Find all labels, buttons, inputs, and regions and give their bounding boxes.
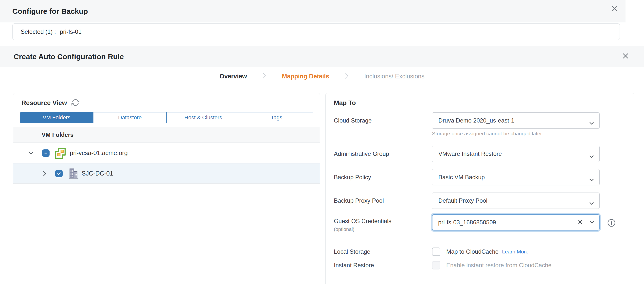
map-to-panel: Map To Cloud Storage Druva Demo 2020_us-…	[326, 93, 634, 284]
backup-policy-value: Basic VM Backup	[438, 174, 485, 181]
admin-group-label: Administrative Group	[334, 150, 389, 157]
selected-items-bar: Selected (1) : pri-fs-01	[12, 24, 620, 40]
backup-policy-select[interactable]: Basic VM Backup	[432, 169, 600, 186]
step-overview[interactable]: Overview	[220, 73, 247, 80]
backup-proxy-pool-label: Backup Proxy Pool	[334, 197, 384, 204]
resource-view-title: Resource View	[22, 99, 67, 107]
datacenter-icon	[69, 168, 79, 179]
tab-vm-folders[interactable]: VM Folders	[20, 112, 93, 123]
local-storage-label: Local Storage	[334, 248, 370, 255]
chevron-down-icon	[589, 176, 594, 183]
wizard-steps: Overview Mapping Details Inclusions/ Exc…	[0, 67, 644, 85]
chevron-down-icon	[589, 200, 594, 206]
instant-restore-checkbox-label: Enable instant restore from CloudCache	[446, 262, 552, 269]
guest-os-info-button[interactable]	[607, 219, 616, 228]
create-rule-close-button[interactable]	[620, 51, 630, 61]
tree-node-label[interactable]: SJC-DC-01	[82, 170, 113, 177]
divider	[586, 219, 586, 226]
close-icon	[611, 5, 618, 13]
cloud-storage-helper-text: Storage once assigned cannot be changed …	[432, 131, 543, 136]
instant-restore-label: Instant Restore	[334, 262, 374, 269]
chevron-down-icon	[590, 221, 594, 224]
open-dropdown-button[interactable]	[588, 220, 595, 225]
admin-group-value: VMware Instant Restore	[438, 150, 502, 157]
cloud-storage-value: Druva Demo 2020_us-east-1	[438, 117, 514, 124]
step-mapping-details[interactable]: Mapping Details	[282, 73, 329, 80]
chevron-right-icon	[345, 72, 348, 80]
guest-os-credentials-value: pri-fs-03_1686850509	[438, 219, 577, 226]
guest-os-optional-label: (optional)	[334, 226, 354, 232]
resource-view-tabs: VM Folders Datastore Host & Clusters Tag…	[20, 112, 313, 123]
backup-proxy-pool-value: Default Proxy Pool	[438, 197, 488, 204]
tree-column-header: VM Folders	[13, 127, 320, 143]
cloud-storage-select[interactable]: Druva Demo 2020_us-east-1	[432, 112, 600, 129]
map-to-cloudcache-label: Map to CloudCache	[446, 248, 498, 255]
create-rule-header: Create Auto Configuration Rule	[0, 46, 644, 67]
refresh-button[interactable]	[72, 98, 80, 107]
vcenter-icon	[54, 148, 66, 159]
backup-proxy-pool-select[interactable]: Default Proxy Pool	[432, 192, 600, 209]
learn-more-link[interactable]: Learn More	[502, 249, 528, 255]
instant-restore-checkbox-disabled	[432, 261, 440, 270]
screen: Configure for Backup Selected (1) : pri-…	[0, 0, 644, 284]
chevron-right-icon	[262, 72, 266, 80]
checkbox-indeterminate[interactable]	[42, 150, 50, 157]
clear-selection-button[interactable]	[577, 219, 583, 226]
selected-count-label: Selected (1) :	[21, 28, 56, 35]
configure-backup-close-button[interactable]	[610, 4, 620, 14]
configure-backup-title: Configure for Backup	[12, 7, 88, 16]
tab-datastore[interactable]: Datastore	[93, 112, 167, 123]
close-icon	[622, 52, 629, 60]
guest-os-credentials-combobox[interactable]: pri-fs-03_1686850509	[432, 214, 600, 230]
create-rule-title: Create Auto Configuration Rule	[14, 52, 124, 61]
collapse-chevron-down-icon[interactable]	[28, 151, 34, 154]
configure-backup-header: Configure for Backup	[0, 0, 626, 22]
checkbox-checked[interactable]	[55, 170, 62, 177]
chevron-down-icon	[589, 119, 594, 126]
tab-host-clusters[interactable]: Host & Clusters	[166, 112, 240, 123]
tab-tags[interactable]: Tags	[240, 112, 313, 123]
tree-row: SJC-DC-01	[13, 164, 320, 184]
info-icon	[607, 219, 616, 228]
clear-x-icon	[578, 220, 582, 225]
chevron-down-icon	[589, 152, 594, 160]
refresh-icon	[72, 98, 80, 107]
resource-view-panel: Resource View VM Folders Datastore Host …	[13, 93, 320, 284]
expand-chevron-right-icon[interactable]	[42, 171, 48, 176]
tree-node-label[interactable]: pri-vcsa-01.acme.org	[70, 150, 128, 156]
backup-policy-label: Backup Policy	[334, 174, 371, 181]
admin-group-select[interactable]: VMware Instant Restore	[432, 146, 600, 162]
map-to-title: Map To	[334, 99, 356, 107]
selected-item-name: pri-fs-01	[60, 28, 82, 35]
guest-os-credentials-label: Guest OS Credentials	[334, 218, 391, 224]
map-to-cloudcache-checkbox[interactable]	[432, 248, 440, 256]
step-inclusions-exclusions[interactable]: Inclusions/ Exclusions	[364, 73, 424, 80]
cloud-storage-label: Cloud Storage	[334, 117, 372, 124]
tree-row: pri-vcsa-01.acme.org	[13, 143, 320, 164]
